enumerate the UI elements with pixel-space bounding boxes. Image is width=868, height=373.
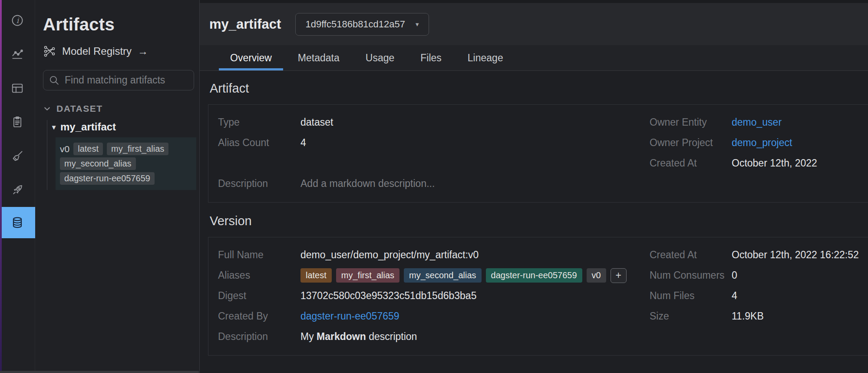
tree-version-row: v0 latest my_first_alias bbox=[60, 143, 192, 155]
rail-item-info[interactable]: i bbox=[0, 3, 35, 37]
field-label: Num Consumers bbox=[650, 270, 732, 281]
field-value: 11.9KB bbox=[732, 310, 764, 322]
field-label: Alias Count bbox=[218, 137, 300, 149]
main-panel: my_artifact 1d9ffc5186b81cd12a57 ▾ Overv… bbox=[200, 0, 868, 373]
arrow-right-icon: → bbox=[138, 45, 148, 57]
field-label: Size bbox=[650, 310, 732, 322]
field-label: Description bbox=[218, 178, 300, 190]
field-label: Type bbox=[218, 117, 300, 128]
search-input[interactable] bbox=[64, 74, 188, 87]
alias-tag-row: latest my_first_alias my_second_alias da… bbox=[300, 268, 627, 283]
add-alias-button[interactable]: + bbox=[611, 268, 627, 283]
field-value: 4 bbox=[300, 137, 306, 149]
version-id: 1d9ffc5186b81cd12a57 bbox=[305, 19, 405, 30]
caret-down-icon: ▾ bbox=[416, 20, 419, 28]
tab-usage[interactable]: Usage bbox=[354, 45, 406, 70]
field-value: 4 bbox=[732, 290, 737, 302]
workspace-table-icon bbox=[11, 82, 24, 95]
field-label: Full Name bbox=[218, 249, 300, 261]
spacer-row bbox=[218, 153, 643, 173]
model-registry-label: Model Registry bbox=[62, 45, 132, 57]
artifact-section-heading: Artifact bbox=[210, 81, 868, 96]
owner-project-link[interactable]: demo_project bbox=[732, 137, 792, 149]
description-bold-text: Markdown bbox=[317, 331, 366, 342]
field-full-name: Full Name demo_user/demo_project/my_arti… bbox=[218, 245, 643, 265]
tree-section-label: DATASET bbox=[56, 103, 103, 114]
field-version-description: Description My Markdown description bbox=[218, 326, 643, 347]
top-strip bbox=[200, 0, 868, 3]
field-created-at: Created At October 12th, 2022 bbox=[643, 153, 868, 173]
field-version-created-at: Created At October 12th, 2022 16:22:52 bbox=[643, 245, 868, 265]
triangle-down-icon: ▾ bbox=[52, 123, 56, 131]
search-icon bbox=[49, 75, 59, 86]
tab-lineage[interactable]: Lineage bbox=[456, 45, 515, 70]
sidebar-title: Artifacts bbox=[43, 15, 199, 34]
owner-entity-link[interactable]: demo_user bbox=[732, 117, 782, 128]
tree-artifact-label: my_artifact bbox=[60, 121, 116, 133]
field-value: October 12th, 2022 16:22:52 bbox=[732, 249, 859, 261]
rail-item-charts[interactable] bbox=[0, 37, 35, 71]
overview-content: Artifact Type dataset Alias Count 4 Desc… bbox=[200, 71, 868, 373]
version-description-value: My Markdown description bbox=[300, 331, 417, 343]
model-registry-link[interactable]: Model Registry → bbox=[43, 45, 148, 58]
field-label: Created At bbox=[650, 157, 732, 169]
alias-pill: my_first_alias bbox=[107, 143, 168, 155]
artifact-tree: DATASET ▾ my_artifact v0 latest my_first… bbox=[43, 103, 199, 190]
launch-rocket-icon bbox=[11, 183, 24, 196]
alias-pill: my_second_alias bbox=[60, 157, 136, 170]
rail-item-sweeps[interactable] bbox=[0, 139, 35, 173]
artifact-panel-right: Owner Entity demo_user Owner Project dem… bbox=[643, 112, 868, 194]
field-owner-entity: Owner Entity demo_user bbox=[643, 112, 868, 133]
tree-item-my-artifact[interactable]: ▾ my_artifact bbox=[51, 120, 116, 137]
field-label: Num Files bbox=[650, 290, 732, 302]
field-num-files: Num Files 4 bbox=[643, 286, 868, 306]
field-aliases: Aliases latest my_first_alias my_second_… bbox=[218, 265, 643, 286]
version-panel: Full Name demo_user/demo_project/my_arti… bbox=[208, 237, 868, 356]
field-size: Size 11.9KB bbox=[643, 306, 868, 326]
field-label: Created At bbox=[650, 249, 732, 261]
alias-tag-dagster-run: dagster-run-ee057659 bbox=[486, 268, 582, 283]
field-label: Description bbox=[218, 331, 300, 343]
version-selector-dropdown[interactable]: 1d9ffc5186b81cd12a57 ▾ bbox=[295, 13, 429, 36]
tab-bar: Overview Metadata Usage Files Lineage bbox=[200, 45, 868, 71]
version-section-heading: Version bbox=[210, 214, 868, 228]
info-icon: i bbox=[11, 14, 24, 27]
field-type: Type dataset bbox=[218, 112, 643, 133]
clipboard-icon bbox=[11, 116, 24, 129]
version-panel-left: Full Name demo_user/demo_project/my_arti… bbox=[218, 245, 643, 347]
artifact-header: my_artifact 1d9ffc5186b81cd12a57 ▾ bbox=[200, 3, 868, 45]
field-value: demo_user/demo_project/my_artifact:v0 bbox=[300, 249, 479, 261]
svg-text:i: i bbox=[17, 16, 20, 25]
tree-version-v0[interactable]: v0 latest my_first_alias my_second_alias… bbox=[56, 137, 196, 190]
version-panel-right: Created At October 12th, 2022 16:22:52 N… bbox=[643, 245, 868, 347]
field-label: Owner Entity bbox=[650, 117, 732, 128]
field-label: Created By bbox=[218, 310, 300, 322]
line-chart-icon bbox=[11, 48, 24, 61]
artifacts-sidebar: Artifacts Model Registry → DATASET ▾ my_… bbox=[35, 0, 200, 373]
field-label: Owner Project bbox=[650, 137, 732, 149]
artifact-search[interactable] bbox=[43, 70, 194, 90]
field-description: Description Add a markdown description..… bbox=[218, 173, 643, 194]
field-owner-project: Owner Project demo_project bbox=[643, 133, 868, 153]
tab-metadata[interactable]: Metadata bbox=[287, 45, 351, 70]
rail-item-reports[interactable] bbox=[0, 105, 35, 139]
chevron-down-icon bbox=[43, 105, 51, 113]
model-registry-icon bbox=[43, 45, 56, 58]
tree-section-dataset[interactable]: DATASET bbox=[43, 103, 103, 114]
field-value: dataset bbox=[300, 117, 333, 128]
description-placeholder[interactable]: Add a markdown description... bbox=[300, 178, 435, 190]
alias-pill: dagster-run-ee057659 bbox=[60, 172, 155, 185]
field-value: October 12th, 2022 bbox=[732, 157, 817, 169]
field-digest: Digest 13702c580c03e95323c51db15d6b3ba5 bbox=[218, 286, 643, 306]
field-alias-count: Alias Count 4 bbox=[218, 133, 643, 153]
rail-item-workspace[interactable] bbox=[0, 71, 35, 105]
tab-overview[interactable]: Overview bbox=[219, 45, 283, 70]
artifact-panel-left: Type dataset Alias Count 4 Description A… bbox=[218, 112, 643, 194]
tab-files[interactable]: Files bbox=[409, 45, 453, 70]
nav-rail: i bbox=[0, 0, 35, 373]
rail-item-launch[interactable] bbox=[0, 173, 35, 207]
tree-version-row: dagster-run-ee057659 bbox=[60, 172, 192, 185]
horizontal-scrollbar[interactable] bbox=[0, 371, 199, 373]
created-by-run-link[interactable]: dagster-run-ee057659 bbox=[300, 310, 399, 322]
rail-item-artifacts[interactable] bbox=[0, 207, 35, 238]
